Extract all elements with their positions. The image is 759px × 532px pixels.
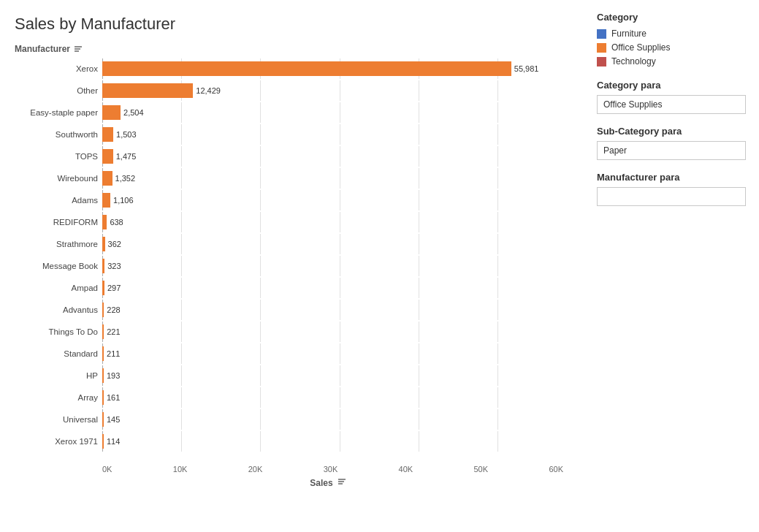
bar-fill — [102, 215, 107, 229]
bar-value: 362 — [108, 240, 121, 248]
bar-row[interactable]: Strathmore 362 — [7, 234, 576, 254]
bar-value: 55,981 — [514, 64, 539, 73]
x-tick-30k: 30K — [324, 465, 338, 474]
bar-fill — [102, 368, 104, 383]
bar-fill — [102, 61, 511, 76]
bar-track: 193 — [102, 365, 576, 386]
bar-track: 2,504 — [102, 102, 576, 123]
bar-row[interactable]: REDIFORM 638 — [7, 212, 576, 232]
bar-value: 638 — [110, 218, 123, 227]
bar-label: Array — [7, 393, 102, 402]
bar-label: REDIFORM — [7, 218, 102, 227]
bar-track: 297 — [102, 278, 576, 298]
x-tick-60k: 60K — [549, 465, 563, 474]
bar-value: 1,475 — [116, 152, 137, 161]
bar-track: 114 — [102, 431, 576, 452]
bar-label: Xerox — [7, 64, 102, 73]
bar-track: 638 — [102, 212, 576, 232]
bar-fill — [102, 390, 104, 405]
bar-fill — [102, 281, 104, 295]
bar-row[interactable]: Things To Do 221 — [7, 322, 576, 342]
chart-title: Sales by Manufacturer — [7, 15, 576, 34]
sort-icon[interactable] — [73, 44, 83, 54]
bar-label: Easy-staple paper — [7, 108, 102, 117]
bar-track: 1,352 — [102, 168, 576, 189]
bar-label: Wirebound — [7, 174, 102, 183]
bar-row[interactable]: Other 12,429 — [7, 80, 576, 101]
bar-label: Standard — [7, 349, 102, 358]
bar-fill — [102, 412, 104, 427]
bar-row[interactable]: Southworth 1,503 — [7, 124, 576, 145]
category-param-section: Category para — [597, 80, 746, 114]
bar-row[interactable]: Easy-staple paper 2,504 — [7, 102, 576, 123]
bar-value: 228 — [107, 305, 120, 314]
bar-track: 55,981 — [102, 58, 576, 79]
bar-value: 1,352 — [115, 174, 136, 183]
bar-track: 1,475 — [102, 146, 576, 167]
bar-track: 211 — [102, 343, 576, 364]
bar-row[interactable]: TOPS 1,475 — [7, 146, 576, 167]
bar-track: 1,503 — [102, 124, 576, 145]
bar-label: Message Book — [7, 262, 102, 270]
bar-track: 12,429 — [102, 80, 576, 101]
legend-item: Technology — [597, 56, 746, 66]
bar-row[interactable]: Message Book 323 — [7, 256, 576, 276]
bar-label: Advantus — [7, 305, 102, 314]
bar-row[interactable]: Advantus 228 — [7, 300, 576, 320]
bar-value: 211 — [107, 349, 120, 358]
bar-label: Ampad — [7, 284, 102, 292]
bar-fill — [102, 434, 104, 449]
bar-fill — [102, 193, 110, 208]
legend-swatch — [597, 57, 606, 66]
bar-fill — [102, 127, 113, 142]
bar-value: 323 — [107, 262, 121, 270]
bar-value: 161 — [107, 393, 120, 402]
bar-label: Other — [7, 86, 102, 95]
bar-label: Universal — [7, 415, 102, 424]
legend-label: Furniture — [611, 28, 647, 39]
subcategory-param-section: Sub-Category para — [597, 126, 746, 160]
bar-row[interactable]: Standard 211 — [7, 343, 576, 364]
bar-fill — [102, 149, 113, 164]
bar-row[interactable]: Universal 145 — [7, 409, 576, 430]
bar-track: 221 — [102, 322, 576, 342]
bar-value: 145 — [107, 415, 120, 424]
bar-chart-container[interactable]: Xerox 55,981 Other 12,429 Easy-staple pa — [7, 58, 576, 463]
bar-row[interactable]: Adams 1,106 — [7, 190, 576, 210]
bar-row[interactable]: Array 161 — [7, 387, 576, 408]
category-param-input[interactable] — [597, 95, 746, 114]
subcategory-param-input[interactable] — [597, 141, 746, 160]
bar-row[interactable]: HP 193 — [7, 365, 576, 386]
bar-value: 2,504 — [123, 108, 144, 117]
bar-label: Adams — [7, 196, 102, 205]
bar-row[interactable]: Xerox 55,981 — [7, 58, 576, 79]
bar-track: 362 — [102, 234, 576, 254]
bar-label: Southworth — [7, 130, 102, 139]
bar-label: TOPS — [7, 152, 102, 161]
bar-track: 161 — [102, 387, 576, 408]
bar-value: 297 — [107, 284, 121, 292]
bar-value: 1,106 — [113, 196, 134, 205]
bar-fill — [102, 171, 112, 186]
bar-row[interactable]: Wirebound 1,352 — [7, 168, 576, 189]
category-param-title: Category para — [597, 80, 746, 91]
bar-value: 1,503 — [116, 130, 137, 139]
bar-label: Things To Do — [7, 327, 102, 336]
bar-value: 114 — [107, 437, 120, 446]
x-tick-0k: 0K — [102, 465, 112, 474]
manufacturer-param-input[interactable] — [597, 187, 746, 206]
x-axis-sort-icon[interactable] — [337, 476, 347, 490]
bar-fill — [102, 346, 104, 361]
legend-item: Furniture — [597, 28, 746, 39]
bar-track: 228 — [102, 300, 576, 320]
legend-label: Office Supplies — [611, 42, 671, 53]
bar-label: HP — [7, 371, 102, 380]
bar-row[interactable]: Xerox 1971 114 — [7, 431, 576, 452]
x-tick-40k: 40K — [399, 465, 413, 474]
legend-label: Technology — [611, 56, 656, 66]
bar-row[interactable]: Ampad 297 — [7, 278, 576, 298]
bar-fill — [102, 237, 105, 251]
bar-track: 323 — [102, 256, 576, 276]
legend-items: Furniture Office Supplies Technology — [597, 28, 746, 66]
sidebar: Category Furniture Office Supplies Techn… — [584, 0, 759, 532]
